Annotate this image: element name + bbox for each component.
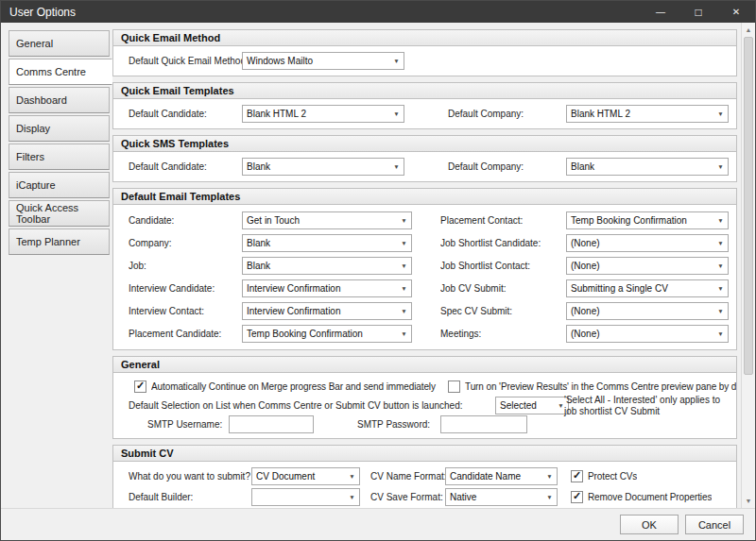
template-interview-contact-select[interactable]: Interview Confirmation ▼ [242,302,412,320]
dropdown-arrow-icon[interactable]: ▼ [389,53,404,69]
template-job-shortlist-candidate-select[interactable]: (None) ▼ [566,234,729,252]
field-label: Company: [129,238,242,248]
quick-email-default-company-select[interactable]: Blank HTML 2 ▼ [566,105,729,123]
preview-results-checkbox[interactable] [448,380,460,393]
template-interview-candidate-select[interactable]: Interview Confirmation ▼ [242,279,412,297]
ok-button[interactable]: OK [620,515,679,534]
template-candidate-select[interactable]: Get in Touch ▼ [242,211,412,229]
group-title: Quick Email Templates [113,83,736,99]
field-label: Default Builder: [129,492,251,502]
auto-continue-checkbox[interactable] [134,380,146,393]
cv-save-format-select[interactable]: Native ▼ [445,488,558,506]
quick-sms-default-company-select[interactable]: Blank ▼ [566,158,729,176]
protect-cvs-checkbox[interactable] [571,470,583,482]
sidebar-item-display[interactable]: Display [9,115,110,142]
field-label: Candidate: [129,215,242,226]
default-selection-select[interactable]: Selected ▼ [495,397,569,414]
dropdown-arrow-icon[interactable]: ▼ [713,235,728,251]
window-controls: — □ ✕ [642,1,755,23]
close-icon[interactable]: ✕ [717,1,755,23]
combo-value: (None) [567,258,713,274]
dropdown-arrow-icon[interactable]: ▼ [345,468,359,484]
checkbox-label: Remove Document Properties [588,492,712,502]
combo-value: (None) [567,235,713,251]
maximize-icon[interactable]: □ [679,1,717,23]
sidebar-item-quick-access-toolbar[interactable]: Quick Access Toolbar [9,200,110,227]
sidebar-item-icapture[interactable]: iCapture [9,172,110,198]
checkbox-label: Automatically Continue on Merge progress… [151,381,440,392]
template-job-select[interactable]: Blank ▼ [242,257,412,275]
quick-email-default-candidate-select[interactable]: Blank HTML 2 ▼ [242,105,404,123]
quick-sms-default-candidate-select[interactable]: Blank ▼ [242,158,404,176]
scrollbar-thumb[interactable] [744,37,753,375]
remove-document-properties-checkbox[interactable] [571,491,583,503]
dropdown-arrow-icon[interactable]: ▼ [713,280,728,296]
dropdown-arrow-icon[interactable]: ▼ [542,468,557,484]
combo-value [252,489,345,505]
form-row: Default Candidate: Blank HTML 2 ▼ Defaul… [129,103,729,124]
sidebar-item-filters[interactable]: Filters [9,144,110,170]
smtp-password-input[interactable] [440,415,527,433]
titlebar[interactable]: User Options — □ ✕ [1,1,755,23]
field-label: Default Company: [448,161,547,172]
combo-value: (None) [567,303,713,319]
dropdown-arrow-icon[interactable]: ▼ [397,235,411,251]
template-meetings-select[interactable]: (None) ▼ [566,325,729,343]
template-spec-cv-submit-select[interactable]: (None) ▼ [566,302,729,320]
sidebar-item-comms-centre[interactable]: Comms Centre [9,59,112,85]
form-row: SMTP Username: SMTP Password: [129,414,729,433]
field-label: Meetings: [440,329,548,339]
dropdown-arrow-icon[interactable]: ▼ [397,258,411,274]
field-label: CV Save Format: [370,492,445,502]
dropdown-arrow-icon[interactable]: ▼ [713,159,728,175]
default-quick-email-method-select[interactable]: Windows Mailto ▼ [242,52,404,70]
dropdown-arrow-icon[interactable]: ▼ [389,106,404,122]
field-label: Job Shortlist Candidate: [440,238,548,248]
minimize-icon[interactable]: — [642,1,679,23]
sidebar-item-temp-planner[interactable]: Temp Planner [9,228,110,255]
template-job-cv-submit-select[interactable]: Submitting a Single CV ▼ [566,279,729,297]
group-title: Default Email Templates [113,189,736,205]
template-placement-candidate-select[interactable]: Temp Booking Confirmation ▼ [242,325,412,343]
scroll-down-icon[interactable]: ▼ [742,494,755,508]
dropdown-arrow-icon[interactable]: ▼ [345,489,359,505]
dropdown-arrow-icon[interactable]: ▼ [713,326,728,342]
form-row: Placement Candidate: Temp Booking Confir… [129,322,729,345]
field-label: Default Selection on List when Comms Cen… [129,400,495,411]
dropdown-arrow-icon[interactable]: ▼ [389,159,404,175]
scrollbar-track[interactable] [742,37,755,494]
scroll-up-icon[interactable]: ▲ [742,23,755,37]
template-job-shortlist-contact-select[interactable]: (None) ▼ [566,257,729,275]
field-label: Placement Candidate: [129,329,242,339]
combo-value: Temp Booking Confirmation [567,212,713,228]
cv-name-format-select[interactable]: Candidate Name ▼ [445,467,558,485]
sidebar-item-dashboard[interactable]: Dashboard [9,87,110,113]
dropdown-arrow-icon[interactable]: ▼ [397,212,411,228]
dropdown-arrow-icon[interactable]: ▼ [397,303,411,319]
field-label: Default Candidate: [129,161,242,172]
dropdown-arrow-icon[interactable]: ▼ [542,489,557,505]
dropdown-arrow-icon[interactable]: ▼ [397,280,411,296]
combo-value: Interview Confirmation [243,280,397,296]
template-company-select[interactable]: Blank ▼ [242,234,412,252]
group-title: Quick SMS Templates [113,136,736,152]
dropdown-arrow-icon[interactable]: ▼ [713,303,728,319]
form-row: Candidate: Get in Touch ▼ Placement Cont… [129,209,729,231]
group-general: General Automatically Continue on Merge … [112,356,737,439]
default-builder-select[interactable]: ▼ [251,488,360,506]
window-title: User Options [9,6,76,19]
combo-value: Submitting a Single CV [567,280,713,296]
group-default-email-templates: Default Email Templates Candidate: Get i… [112,188,737,350]
cancel-button[interactable]: Cancel [685,515,744,534]
dropdown-arrow-icon[interactable]: ▼ [713,212,728,228]
sidebar-item-general[interactable]: General [9,30,110,57]
smtp-username-input[interactable] [229,415,314,433]
dropdown-arrow-icon[interactable]: ▼ [713,106,728,122]
field-label: SMTP Username: [147,419,229,430]
submit-type-select[interactable]: CV Document ▼ [251,467,360,485]
dropdown-arrow-icon[interactable]: ▼ [397,326,411,342]
vertical-scrollbar[interactable]: ▲ ▼ [741,23,755,508]
dropdown-arrow-icon[interactable]: ▼ [713,258,728,274]
template-placement-contact-select[interactable]: Temp Booking Confirmation ▼ [566,211,729,229]
sidebar: General Comms Centre Dashboard Display F… [1,23,111,508]
